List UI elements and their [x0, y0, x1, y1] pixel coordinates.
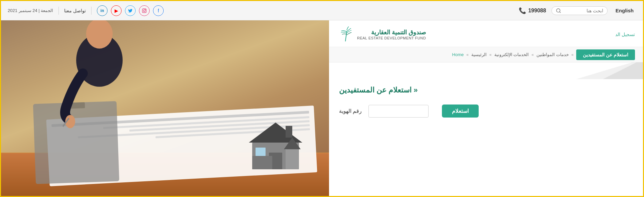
- svg-rect-16: [286, 149, 299, 169]
- top-bar-left: English 📞 199088: [519, 6, 636, 15]
- nav-arrow3: »: [489, 52, 492, 57]
- nav-crumb-home-ar[interactable]: الرئيسية: [471, 52, 487, 57]
- photo-panel: [1, 20, 329, 196]
- house-model: [242, 116, 309, 169]
- id-label: رقم الهوية: [339, 108, 362, 114]
- logo-area: صندوق التنمية العقارية REAL ESTATE DEVEL…: [337, 26, 426, 43]
- svg-rect-0: [142, 9, 146, 13]
- register-link[interactable]: تسجيل الد: [615, 32, 635, 37]
- id-input[interactable]: [368, 105, 429, 118]
- nav-crumb-eservices[interactable]: الخدمات الإلكترونية: [494, 52, 529, 57]
- content-panel: تسجيل الد صندوق التنمية العقارية REAL ES…: [329, 20, 643, 196]
- nav-crumb-home-en[interactable]: Home: [452, 52, 464, 57]
- date-label: الجمعة | 24 سبتمبر 2021: [8, 8, 53, 13]
- top-bar-right: f ▶ in تواصل معنا الجمعة | 24 سبتمبر 202…: [8, 5, 164, 16]
- svg-point-1: [143, 10, 145, 12]
- person-silhouette: [1, 20, 198, 170]
- top-bar: English 📞 199088 f ▶: [1, 1, 643, 20]
- form-row: استعلام رقم الهوية: [339, 105, 633, 118]
- nav-arrow2: »: [531, 52, 534, 57]
- logo-text: صندوق التنمية العقارية REAL ESTATE DEVEL…: [357, 29, 426, 40]
- language-button[interactable]: English: [613, 6, 636, 15]
- main-area: تسجيل الد صندوق التنمية العقارية REAL ES…: [1, 20, 643, 196]
- svg-rect-15: [252, 156, 272, 169]
- svg-point-2: [145, 9, 146, 10]
- inquire-button[interactable]: استعلام: [442, 105, 479, 118]
- nav-arrow4: »: [466, 52, 469, 57]
- site-header: تسجيل الد صندوق التنمية العقارية REAL ES…: [329, 20, 643, 47]
- divider: [91, 7, 92, 15]
- search-icon: [556, 8, 561, 13]
- deco-area: [329, 62, 643, 79]
- svg-rect-11: [286, 126, 292, 138]
- contact-link[interactable]: تواصل معنا: [64, 8, 86, 13]
- linkedin-icon[interactable]: in: [97, 5, 108, 16]
- logo-icon: [337, 26, 354, 43]
- page-body: « استعلام عن المستفيدين استعلام رقم الهو…: [329, 79, 643, 196]
- phone-icon: 📞: [519, 7, 526, 14]
- photo-bg: [1, 20, 329, 196]
- instagram-icon[interactable]: [139, 5, 150, 16]
- social-icons: f ▶ in: [97, 5, 164, 16]
- search-box: [551, 6, 608, 15]
- divider2: [58, 7, 59, 15]
- svg-rect-13: [256, 148, 266, 156]
- nav-bar: استعلام عن المستفيدين » خدمات المواطنين …: [329, 47, 643, 62]
- search-input[interactable]: [563, 8, 603, 13]
- page-title: « استعلام عن المستفيدين: [339, 86, 633, 94]
- svg-marker-10: [249, 123, 302, 143]
- facebook-icon[interactable]: f: [153, 5, 164, 16]
- logo-english: REAL ESTATE DEVELOPMENT FUND: [357, 36, 426, 40]
- twitter-icon[interactable]: [125, 5, 136, 16]
- phone-number: 📞 199088: [519, 7, 546, 14]
- nav-crumb-citizens[interactable]: خدمات المواطنين: [536, 52, 569, 57]
- deco-shape: [509, 62, 643, 79]
- nav-arrow1: »: [572, 52, 574, 57]
- logo-arabic: صندوق التنمية العقارية: [357, 29, 426, 36]
- youtube-icon[interactable]: ▶: [111, 5, 122, 16]
- nav-active-button[interactable]: استعلام عن المستفيدين: [576, 49, 635, 60]
